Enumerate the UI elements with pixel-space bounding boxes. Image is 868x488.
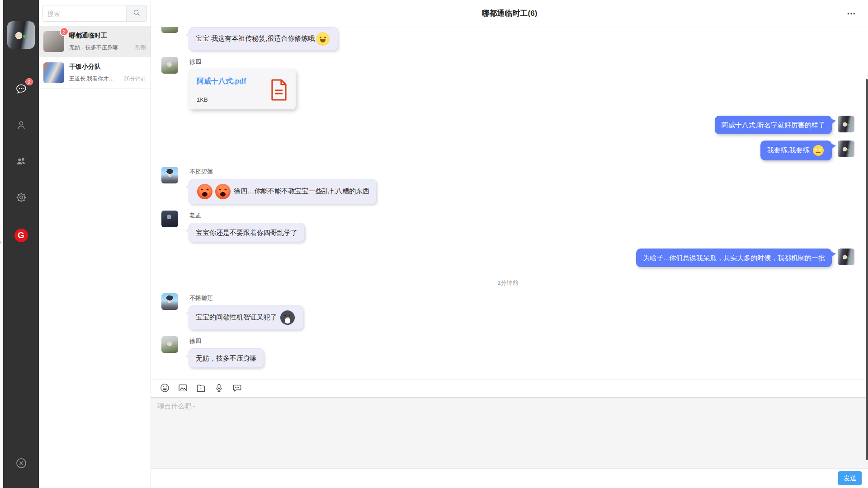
chat-header: 哪都通临时工(6) ••• (151, 0, 868, 27)
sender-avatar[interactable] (161, 293, 178, 310)
app-logo[interactable]: G (14, 229, 28, 242)
rage-emoji (197, 184, 212, 199)
file-message-card[interactable]: 阿威十八式.pdf1KB (189, 69, 296, 109)
conversation-last-message: 无妨，技多不压身嘛 (69, 44, 133, 52)
message-text: 我要练,我要练 (767, 146, 811, 154)
conversation-last-message: 王道长,我看你才… (69, 75, 122, 83)
hug-emoji (316, 32, 330, 46)
message-bubble: 我要练,我要练 (760, 141, 832, 160)
chat-list-item[interactable]: 干饭小分队王道长,我看你才…26分钟前 (39, 57, 151, 89)
conversation-list-panel: 2哪都通临时工无妨，技多不压身嘛刚刚干饭小分队王道长,我看你才…26分钟前 (39, 0, 151, 488)
message-row: 不摇碧莲 徐四…你能不能不教宝宝一些乱七八糟的东西 (161, 167, 854, 204)
chat-list-items: 2哪都通临时工无妨，技多不压身嘛刚刚干饭小分队王道长,我看你才…26分钟前 (39, 26, 151, 89)
message-bubble: 徐四…你能不能不教宝宝一些乱七八糟的东西 (189, 179, 377, 204)
emoji-picker-button[interactable] (159, 383, 170, 394)
time-divider: 1分钟前 (161, 279, 854, 287)
sender-name: 不摇碧莲 (189, 294, 303, 302)
message-text: 宝宝 我这有本祖传秘笈,很适合你修炼哦 (196, 34, 315, 42)
send-image-button[interactable] (177, 383, 188, 394)
conversation-time: 26分钟前 (124, 75, 146, 83)
message-text: 无妨，技多不压身嘛 (196, 354, 257, 362)
send-file-button[interactable] (195, 383, 206, 394)
sender-avatar[interactable] (161, 57, 178, 74)
search-input[interactable] (42, 5, 126, 22)
chat-title: 哪都通临时工(6) (482, 8, 538, 19)
conversation-time: 刚刚 (135, 44, 146, 52)
message-input-zone (151, 397, 868, 468)
composer: 发送 (151, 380, 868, 488)
chat-history-button[interactable] (231, 383, 242, 394)
voice-message-button[interactable] (213, 383, 224, 394)
message-text: 阿威十八式,听名字就好厉害的样子 (722, 121, 825, 129)
conversation-avatar: 2 (43, 31, 64, 52)
message-text: 宝宝的间歇性机智证又犯了 (196, 313, 279, 321)
conversation-name: 哪都通临时工 (69, 32, 146, 40)
window-edge: › (0, 0, 3, 488)
send-button[interactable]: 发送 (838, 471, 862, 485)
message-row: 宝宝 我这有本祖传秘笈,很适合你修炼哦 (161, 27, 854, 51)
message-row: 徐四无妨，技多不压身嘛 (161, 336, 854, 368)
message-text: 宝宝你还是不要跟着你四哥乱学了 (196, 229, 297, 236)
message-bubble: 阿威十八式,听名字就好厉害的样子 (715, 116, 832, 134)
nav-chats-button[interactable]: 2 (10, 83, 32, 96)
settings-gear-icon (15, 192, 27, 205)
nav-settings-button[interactable] (10, 192, 32, 204)
rage-emoji (215, 184, 231, 199)
sender-avatar[interactable] (161, 336, 178, 353)
message-row: 老孟宝宝你还是不要跟着你四哥乱学了 (161, 211, 854, 242)
message-bubble: 宝宝的间歇性机智证又犯了 (189, 305, 303, 330)
nav-contacts-button[interactable] (10, 119, 32, 132)
sender-name: 不摇碧莲 (189, 168, 377, 176)
sender-avatar[interactable] (161, 211, 178, 227)
chat-list-item[interactable]: 2哪都通临时工无妨，技多不压身嘛刚刚 (39, 26, 151, 57)
message-row: 阿威十八式,听名字就好厉害的样子 (161, 116, 854, 134)
penguin-emoji (280, 310, 295, 325)
search-bar (42, 5, 147, 22)
scrollbar-thumb[interactable] (866, 79, 868, 460)
message-bubble: 宝宝你还是不要跟着你四哥乱学了 (189, 223, 305, 242)
image-icon (178, 383, 188, 394)
composer-toolbar (151, 380, 868, 397)
file-size: 1KB (197, 96, 246, 103)
app-window: › 2 G (0, 0, 868, 488)
message-bubble: 无妨，技多不压身嘛 (189, 348, 264, 368)
message-list: 宝宝 我这有本祖传秘笈,很适合你修炼哦徐四阿威十八式.pdf1KB阿威十八式,听… (151, 27, 868, 380)
sender-name: 徐四 (189, 337, 264, 345)
sender-avatar[interactable] (161, 167, 178, 183)
chat-panel: 哪都通临时工(6) ••• 宝宝 我这有本祖传秘笈,很适合你修炼哦徐四阿威十八式… (151, 0, 868, 488)
self-avatar[interactable] (838, 249, 854, 265)
self-avatar[interactable] (838, 116, 854, 132)
folder-icon (196, 383, 206, 394)
nav-groups-button[interactable] (10, 155, 32, 168)
flat-emoji (813, 145, 824, 156)
message-row: 为啥子...你们总说我呆瓜，其实大多的时候，我都机制的一批 (161, 249, 854, 267)
group-icon (15, 155, 28, 169)
search-button[interactable] (126, 5, 147, 22)
nav-sidebar: 2 G (3, 0, 39, 488)
send-row: 发送 (151, 468, 868, 488)
more-options-button[interactable]: ••• (847, 11, 856, 16)
unread-count-badge: 2 (25, 78, 33, 85)
emoji-icon (160, 383, 170, 394)
sender-name: 老孟 (189, 211, 305, 220)
message-text: 徐四…你能不能不教宝宝一些乱七八糟的东西 (232, 187, 369, 195)
chat-bubble-icon (15, 83, 27, 96)
pdf-file-icon (270, 79, 288, 103)
search-icon (132, 9, 141, 18)
file-name: 阿威十八式.pdf (197, 77, 246, 86)
message-input[interactable] (151, 398, 868, 468)
message-text: 为啥子...你们总说我呆瓜，其实大多的时候，我都机制的一批 (643, 254, 825, 262)
current-user-avatar[interactable] (7, 21, 35, 49)
message-bubble: 为啥子...你们总说我呆瓜，其实大多的时候，我都机制的一批 (636, 249, 832, 267)
quit-button[interactable] (15, 457, 28, 469)
conversation-name: 干饭小分队 (69, 63, 146, 71)
collapse-handle-icon[interactable]: › (0, 239, 1, 245)
sender-avatar[interactable] (161, 27, 178, 33)
message-row: 不摇碧莲宝宝的间歇性机智证又犯了 (161, 293, 854, 330)
self-avatar[interactable] (838, 141, 854, 157)
mic-icon (214, 383, 224, 394)
close-circle-icon (15, 464, 28, 471)
unread-count-badge: 2 (61, 28, 68, 35)
conversation-avatar (43, 62, 64, 83)
message-row: 徐四阿威十八式.pdf1KB (161, 57, 854, 109)
